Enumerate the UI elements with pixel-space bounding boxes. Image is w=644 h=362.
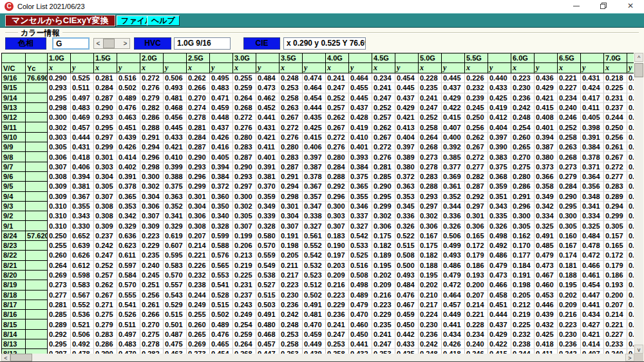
data-cell[interactable]: 0.339 <box>256 211 279 221</box>
data-cell[interactable]: 0.345 <box>395 201 419 211</box>
data-cell[interactable]: 0.274 <box>187 102 210 112</box>
data-cell[interactable]: 0.433 <box>488 83 511 93</box>
data-cell[interactable]: 0.174 <box>558 251 581 260</box>
data-cell[interactable]: 0.272 <box>279 122 303 132</box>
data-cell[interactable]: 0.230 <box>511 83 535 93</box>
data-cell[interactable]: 0.441 <box>581 300 604 309</box>
data-cell[interactable]: 0.378 <box>303 171 326 181</box>
data-cell[interactable]: 0.223 <box>558 319 581 329</box>
data-cell[interactable]: 0.307 <box>233 221 256 231</box>
data-cell[interactable]: 0.444 <box>488 310 511 319</box>
data-cell[interactable]: 0.459 <box>303 329 326 339</box>
data-cell[interactable]: 0.333 <box>627 211 634 221</box>
data-cell[interactable]: 0.203 <box>326 260 349 270</box>
data-cell[interactable]: 0.205 <box>279 251 303 260</box>
data-cell[interactable]: 0.179 <box>604 260 627 270</box>
data-cell[interactable]: 0.247 <box>372 93 395 102</box>
data-cell[interactable]: 0.284 <box>558 182 581 191</box>
data-cell[interactable]: 0.422 <box>442 102 465 112</box>
row-header-vc[interactable]: 8/24 <box>2 231 26 240</box>
data-cell[interactable]: 0.297 <box>233 182 256 191</box>
data-cell[interactable]: 0.298 <box>140 162 164 171</box>
data-cell[interactable]: 0.167 <box>558 241 581 251</box>
data-cell[interactable]: 0.235 <box>419 83 442 93</box>
data-cell[interactable]: 0.307 <box>279 221 303 231</box>
data-cell[interactable]: 0.415 <box>535 102 558 112</box>
data-cell[interactable]: 0.268 <box>419 142 442 152</box>
data-cell[interactable]: 0.291 <box>140 132 164 142</box>
data-cell[interactable]: 0.584 <box>117 270 140 280</box>
data-cell[interactable]: 0.432 <box>349 349 372 354</box>
data-cell[interactable]: 0.272 <box>233 113 256 122</box>
data-cell[interactable]: 0.472 <box>442 280 465 290</box>
data-cell[interactable]: 0.223 <box>372 300 395 309</box>
data-cell[interactable]: 0.244 <box>604 113 627 122</box>
data-cell[interactable]: 0.344 <box>442 201 465 211</box>
row-header-vc[interactable]: 8/14 <box>2 329 26 339</box>
data-cell[interactable]: 0.270 <box>187 93 210 102</box>
data-cell[interactable]: 0.338 <box>303 211 326 221</box>
data-cell[interactable]: 0.450 <box>349 329 372 339</box>
data-cell[interactable]: 0.365 <box>349 182 372 191</box>
data-cell[interactable]: 0.328 <box>210 221 233 231</box>
data-cell[interactable]: 0.502 <box>117 83 140 93</box>
row-header-vc[interactable]: 9/16 <box>2 73 26 83</box>
data-cell[interactable]: 0.595 <box>164 251 187 260</box>
data-cell[interactable]: 0.359 <box>488 182 511 191</box>
data-cell[interactable]: 0.275 <box>511 162 535 171</box>
data-cell[interactable]: 0.254 <box>233 319 256 329</box>
data-cell[interactable]: 0.247 <box>419 102 442 112</box>
data-cell[interactable]: 0.439 <box>535 310 558 319</box>
data-cell[interactable]: 0.305 <box>511 221 535 231</box>
data-cell[interactable]: 0.508 <box>349 270 372 280</box>
data-cell[interactable]: 0.448 <box>627 280 634 290</box>
data-cell[interactable]: 0.186 <box>465 260 488 270</box>
data-cell[interactable]: 0.384 <box>349 162 372 171</box>
data-cell[interactable]: 0.599 <box>210 231 233 240</box>
data-cell[interactable]: 0.464 <box>349 73 372 83</box>
data-cell[interactable]: 0.244 <box>511 349 535 354</box>
data-cell[interactable]: 0.451 <box>488 300 511 309</box>
data-cell[interactable]: 0.253 <box>372 349 395 354</box>
data-cell[interactable]: 0.241 <box>326 73 349 83</box>
data-cell[interactable]: 0.182 <box>419 251 442 260</box>
data-cell[interactable]: 0.477 <box>627 231 634 240</box>
data-cell[interactable]: 0.341 <box>581 201 604 211</box>
data-cell[interactable]: 0.365 <box>117 191 140 201</box>
data-cell[interactable]: 0.221 <box>604 319 627 329</box>
data-cell[interactable]: 0.308 <box>48 171 71 181</box>
scroll-down-icon[interactable]: v <box>634 345 643 354</box>
data-cell[interactable]: 0.484 <box>581 231 604 240</box>
data-cell[interactable]: 0.414 <box>117 152 140 162</box>
data-cell[interactable]: 0.262 <box>326 113 349 122</box>
data-cell[interactable]: 0.183 <box>326 231 349 240</box>
data-cell[interactable]: 0.588 <box>210 241 233 251</box>
data-cell[interactable]: 0.457 <box>71 122 94 132</box>
data-cell[interactable]: 0.454 <box>395 73 419 83</box>
data-cell[interactable]: 0.506 <box>71 329 94 339</box>
data-cell[interactable]: 0.293 <box>187 162 210 171</box>
data-cell[interactable]: 0.302 <box>233 201 256 211</box>
hue-scrollbar[interactable]: < > <box>93 38 130 49</box>
data-cell[interactable]: 0.276 <box>279 132 303 142</box>
data-cell[interactable]: 0.542 <box>303 251 326 260</box>
data-cell[interactable]: 0.436 <box>535 73 558 83</box>
data-cell[interactable]: 0.234 <box>372 73 395 83</box>
data-cell[interactable]: 0.428 <box>349 113 372 122</box>
data-cell[interactable]: 0.330 <box>71 221 94 231</box>
data-cell[interactable]: 0.290 <box>372 182 395 191</box>
data-cell[interactable]: 0.533 <box>349 241 372 251</box>
data-cell[interactable]: 0.300 <box>233 191 256 201</box>
data-cell[interactable]: 0.478 <box>71 349 94 354</box>
data-cell[interactable]: 0.293 <box>419 191 442 201</box>
data-cell[interactable]: 0.619 <box>164 231 187 240</box>
data-cell[interactable]: 0.256 <box>465 122 488 132</box>
data-cell[interactable]: 0.240 <box>604 349 627 354</box>
data-cell[interactable]: 0.431 <box>71 142 94 152</box>
data-cell[interactable]: 0.287 <box>187 142 210 152</box>
data-cell[interactable]: 0.583 <box>71 280 94 290</box>
data-cell[interactable]: 0.406 <box>71 162 94 171</box>
data-cell[interactable]: 0.248 <box>279 73 303 83</box>
data-cell[interactable]: 0.160 <box>558 231 581 240</box>
data-cell[interactable]: 0.230 <box>558 329 581 339</box>
